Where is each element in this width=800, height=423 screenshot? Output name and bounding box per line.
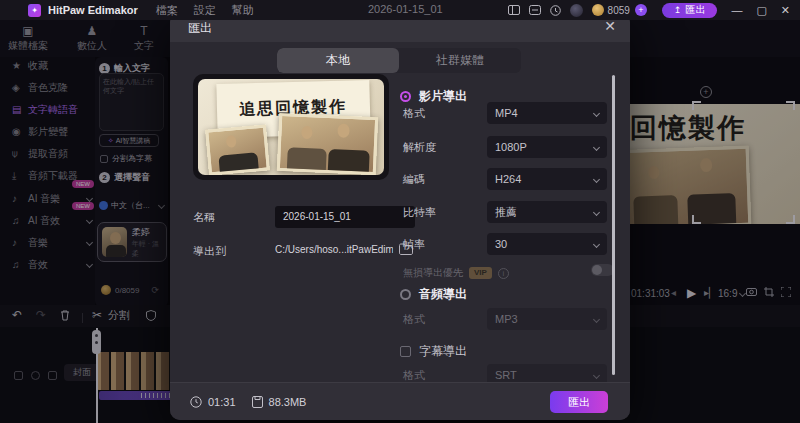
layout-icon[interactable]: [508, 5, 520, 15]
export-dialog: 匯出 ✕ 本地 社群媒體 追思回憶製作: [170, 12, 630, 420]
tab-local[interactable]: 本地: [277, 48, 399, 73]
bitrate-row: 比特率 推薦: [403, 201, 607, 223]
vip-badge: VIP: [469, 267, 492, 279]
titlebar-export-button[interactable]: ↥ 匯出: [662, 3, 718, 18]
chevron-down-icon: [593, 208, 600, 215]
field-label: 解析度: [403, 136, 436, 158]
path-value[interactable]: C:/Users/hoso...itPawEdimakor: [275, 244, 393, 255]
export-thumbnail: 追思回憶製作: [193, 74, 389, 180]
select-value: 30: [495, 238, 507, 250]
info-icon[interactable]: i: [498, 268, 509, 279]
select-value: H264: [495, 173, 521, 185]
titlebar-export-label: 匯出: [685, 3, 705, 17]
select-value: MP4: [495, 107, 518, 119]
close-icon[interactable]: ✕: [604, 18, 616, 34]
path-row: 導出到 C:/Users/hoso...itPawEdimakor: [193, 240, 403, 262]
radio-off-icon[interactable]: [400, 289, 411, 300]
app-logo-icon: ✦: [28, 4, 41, 17]
chevron-down-icon: [593, 175, 600, 182]
menu-settings[interactable]: 設定: [194, 3, 216, 18]
field-label: 幀率: [403, 233, 425, 255]
export-tabs: 本地 社群媒體: [277, 48, 521, 73]
name-row: 名稱 2026-01-15_01: [193, 206, 393, 228]
dialog-footer: 01:31 88.3MB 匯出: [170, 382, 630, 420]
name-label: 名稱: [193, 206, 215, 228]
framerate-select[interactable]: 30: [487, 233, 607, 255]
dialog-scrollbar[interactable]: [612, 75, 615, 375]
app-window: ✦ HitPaw Edimakor 檔案 設定 幫助 2026-01-15_01…: [0, 0, 800, 423]
titlebar: ✦ HitPaw Edimakor 檔案 設定 幫助 2026-01-15_01…: [0, 0, 800, 20]
menu-help[interactable]: 幫助: [232, 3, 254, 18]
field-label: 比特率: [403, 201, 436, 223]
menu-file[interactable]: 檔案: [156, 3, 178, 18]
audio-export-label: 音頻導出: [419, 286, 467, 303]
lossless-row: 無損導出優先 VIP i: [403, 262, 607, 284]
dialog-title: 匯出: [188, 20, 212, 37]
subtitle-export-row: 字幕導出: [400, 343, 467, 360]
chevron-down-icon: [593, 315, 600, 322]
resolution-select[interactable]: 1080P: [487, 136, 607, 158]
chevron-down-icon: [593, 143, 600, 150]
field-label: 格式: [403, 102, 425, 124]
coin-icon: [592, 4, 604, 16]
bitrate-select[interactable]: 推薦: [487, 201, 607, 223]
select-value: 1080P: [495, 141, 527, 153]
close-window-button[interactable]: ✕: [781, 4, 790, 17]
framerate-row: 幀率 30: [403, 233, 607, 255]
chevron-down-icon: [593, 371, 600, 378]
path-label: 導出到: [193, 240, 226, 262]
credits-count: 8059: [608, 5, 630, 16]
format-row: 格式 MP4: [403, 102, 607, 124]
upload-icon: ↥: [674, 5, 682, 15]
file-size-icon: [252, 396, 263, 408]
resolution-row: 解析度 1080P: [403, 136, 607, 158]
radio-on-icon[interactable]: [400, 91, 411, 102]
project-title: 2026-01-15_01: [368, 3, 443, 15]
subtitle-export-checkbox[interactable]: [400, 346, 411, 357]
history-icon[interactable]: [550, 5, 561, 16]
format-select[interactable]: MP4: [487, 102, 607, 124]
add-credits-icon[interactable]: +: [635, 4, 647, 16]
subtitle-export-label: 字幕導出: [419, 343, 467, 360]
duration-value: 01:31: [208, 396, 236, 408]
select-value: 推薦: [495, 205, 517, 220]
chevron-down-icon: [593, 240, 600, 247]
select-value: SRT: [495, 369, 517, 381]
thumbnail-photo-left: [205, 124, 270, 175]
maximize-button[interactable]: ▢: [756, 4, 766, 17]
clock-icon: [190, 396, 202, 408]
task-queue-icon[interactable]: [529, 5, 541, 15]
chevron-down-icon: [593, 109, 600, 116]
name-input[interactable]: 2026-01-15_01: [275, 206, 415, 228]
audio-format-select[interactable]: MP3: [487, 308, 607, 330]
avatar[interactable]: [570, 4, 583, 17]
codec-select[interactable]: H264: [487, 168, 607, 190]
select-value: MP3: [495, 313, 518, 325]
field-label: 格式: [403, 308, 425, 330]
app-name: HitPaw Edimakor: [48, 4, 138, 16]
tab-social-media[interactable]: 社群媒體: [399, 48, 521, 73]
minimize-button[interactable]: —: [731, 4, 742, 16]
lossless-label: 無損導出優先: [403, 266, 463, 280]
codec-row: 編碼 H264: [403, 168, 607, 190]
audio-export-section[interactable]: 音頻導出: [400, 286, 467, 303]
audio-format-row: 格式 MP3: [403, 308, 607, 330]
thumbnail-photo-right: [277, 113, 378, 175]
field-label: 編碼: [403, 168, 425, 190]
export-button[interactable]: 匯出: [550, 391, 608, 413]
file-size-value: 88.3MB: [269, 396, 307, 408]
lossless-toggle[interactable]: [591, 264, 614, 276]
